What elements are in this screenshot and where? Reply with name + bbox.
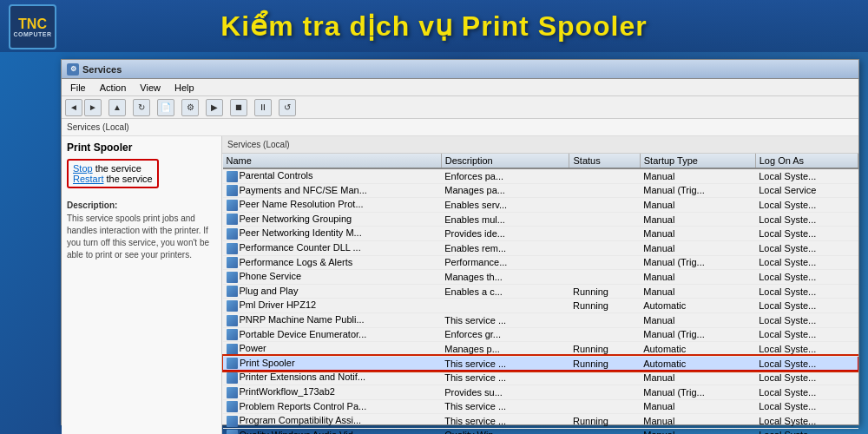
service-logon: Local Syste... (755, 168, 858, 183)
toolbar-export[interactable]: 📄 (157, 99, 174, 116)
service-status (569, 198, 640, 213)
service-name: Plug and Play (223, 284, 442, 299)
table-row[interactable]: Peer Networking Identity M... Provides i… (223, 227, 858, 241)
service-status (569, 227, 640, 241)
service-description: Enables mul... (441, 212, 569, 227)
service-logon: Local Syste... (755, 270, 858, 285)
window-icon: ⚙ (67, 63, 79, 76)
service-startup: Manual (Trig... (640, 327, 755, 342)
table-row[interactable]: Program Compatibility Assi... This servi… (223, 414, 858, 429)
table-row[interactable]: Print Spooler This service ... Running A… (223, 356, 858, 371)
col-name[interactable]: Name (223, 154, 442, 168)
service-description: Enforces gr... (441, 327, 569, 342)
service-status: Running (569, 299, 640, 313)
service-startup: Manual (640, 270, 755, 285)
table-row[interactable]: Problem Reports Control Pa... This servi… (223, 399, 858, 414)
table-row[interactable]: Performance Logs & Alerts Performance...… (223, 255, 858, 270)
service-logon: Local Syste... (755, 342, 858, 357)
table-row[interactable]: Portable Device Enumerator... Enforces g… (223, 327, 858, 342)
service-startup: Manual (640, 240, 755, 255)
right-breadcrumb: Services (Local) (227, 140, 290, 149)
table-row[interactable]: Power Manages p... Running Automatic Loc… (223, 342, 858, 357)
right-panel: Services (Local) Name Description Status… (222, 136, 858, 434)
table-row[interactable]: Phone Service Manages th... Manual Local… (223, 270, 858, 285)
outer-background: TNC COMPUTER Kiểm tra dịch vụ Print Spoo… (0, 0, 868, 434)
service-description: Enables a c... (441, 284, 569, 299)
service-logon: Local Syste... (755, 198, 858, 213)
service-description: This service ... (441, 312, 569, 327)
service-startup: Automatic (640, 342, 755, 357)
toolbar: ◄ ► ▲ ↻ 📄 ⚙ ▶ ⏹ ⏸ ↺ (62, 96, 858, 119)
toolbar-properties[interactable]: ⚙ (181, 99, 199, 116)
service-startup: Manual (640, 414, 755, 429)
table-row[interactable]: Peer Networking Grouping Enables mul... … (223, 212, 858, 227)
menu-bar: File Action View Help (62, 79, 858, 96)
toolbar-back[interactable]: ◄ (65, 99, 82, 116)
service-status (569, 385, 640, 399)
service-status (569, 327, 640, 342)
table-row[interactable]: Parental Controls Enforces pa... Manual … (223, 168, 858, 183)
toolbar-play[interactable]: ▶ (206, 99, 223, 116)
panel-section-title: Print Spooler (67, 141, 216, 154)
table-row[interactable]: Quality Windows Audio Vid... Quality Win… (223, 428, 858, 434)
service-startup: Manual (640, 312, 755, 327)
service-name: Performance Logs & Alerts (223, 255, 442, 270)
table-row[interactable]: PNRP Machine Name Publi... This service … (223, 312, 858, 327)
col-description[interactable]: Description (441, 154, 569, 168)
table-row[interactable]: Printer Extensions and Notif... This ser… (223, 371, 858, 385)
restart-service-link[interactable]: Restart the service (73, 174, 153, 184)
service-description: Manages pa... (441, 183, 569, 198)
service-startup: Manual (640, 198, 755, 213)
service-logon: Local Syste... (755, 371, 858, 385)
col-startup[interactable]: Startup Type (640, 154, 755, 168)
toolbar-restart[interactable]: ↺ (279, 99, 296, 116)
service-logon: Local Syste... (755, 255, 858, 270)
service-description: This service ... (441, 371, 569, 385)
menu-view[interactable]: View (135, 81, 166, 95)
toolbar-stop[interactable]: ⏹ (230, 99, 247, 116)
stop-service-link[interactable]: Stop the service (73, 163, 153, 174)
service-description: This service ... (441, 399, 569, 414)
menu-help[interactable]: Help (169, 81, 200, 95)
logo: TNC COMPUTER (9, 4, 56, 49)
table-row[interactable]: Pml Driver HPZ12 Running Automatic Local… (223, 299, 858, 313)
banner-title: Kiểm tra dịch vụ Print Spooler (220, 10, 648, 43)
service-name: Print Spooler (223, 356, 442, 371)
table-header-row: Name Description Status Startup Type Log… (223, 154, 858, 168)
menu-file[interactable]: File (65, 81, 91, 95)
service-description: Enforces pa... (441, 168, 569, 183)
service-startup: Automatic (640, 356, 755, 371)
toolbar-pause[interactable]: ⏸ (254, 99, 272, 116)
service-startup: Manual (640, 227, 755, 241)
service-status: Running (569, 356, 640, 371)
col-logon[interactable]: Log On As (755, 154, 858, 168)
service-name: Printer Extensions and Notif... (223, 371, 442, 385)
services-table[interactable]: Name Description Status Startup Type Log… (222, 154, 858, 434)
breadcrumb-left: Services (Local) (67, 122, 129, 132)
service-name: Program Compatibility Assi... (223, 414, 442, 429)
service-status (569, 270, 640, 285)
table-row[interactable]: PrintWorkflow_173ab2 Provides su... Manu… (223, 385, 858, 399)
toolbar-forward[interactable]: ► (84, 99, 102, 116)
toolbar-refresh[interactable]: ↻ (133, 99, 150, 116)
service-startup: Manual (Trig... (640, 183, 755, 198)
service-description: This service ... (441, 414, 569, 429)
toolbar-up[interactable]: ▲ (108, 99, 126, 116)
service-logon: Local Syste... (755, 299, 858, 313)
col-status[interactable]: Status (569, 154, 640, 168)
window-titlebar: ⚙ Services (62, 60, 858, 79)
menu-action[interactable]: Action (95, 81, 132, 95)
service-status (569, 312, 640, 327)
service-logon: Local Syste... (755, 312, 858, 327)
service-logon: Local Syste... (755, 414, 858, 429)
table-row[interactable]: Payments and NFC/SE Man... Manages pa...… (223, 183, 858, 198)
service-logon: Local Syste... (755, 284, 858, 299)
table-row[interactable]: Peer Name Resolution Prot... Enables ser… (223, 198, 858, 213)
service-logon: Local Syste... (755, 428, 858, 434)
service-startup: Manual (Trig... (640, 385, 755, 399)
service-description: Performance... (441, 255, 569, 270)
table-row[interactable]: Performance Counter DLL ... Enables rem.… (223, 240, 858, 255)
service-description: Manages p... (441, 342, 569, 357)
main-content: Print Spooler Stop the service Restart t… (62, 136, 858, 434)
table-row[interactable]: Plug and Play Enables a c... Running Man… (223, 284, 858, 299)
